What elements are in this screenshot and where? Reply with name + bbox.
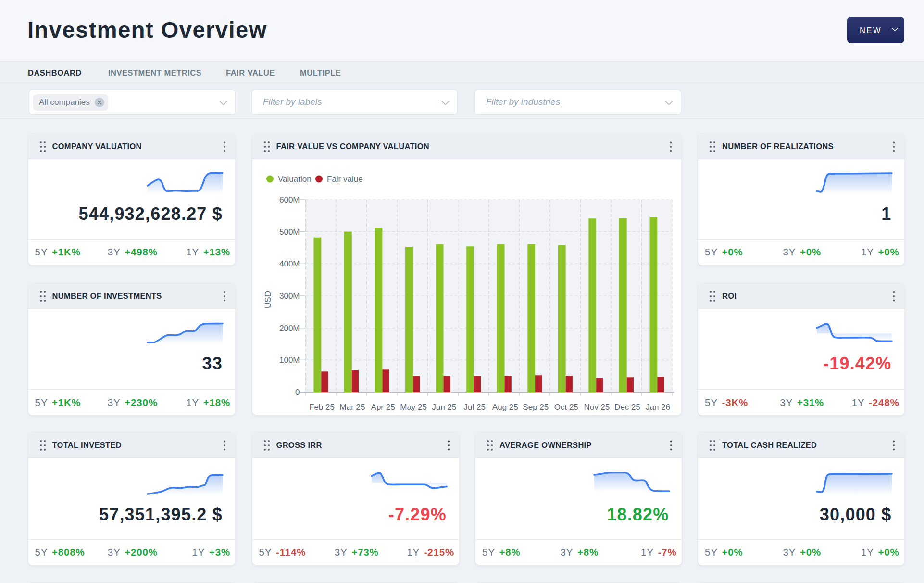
svg-text:Nov 25: Nov 25 [584, 403, 610, 412]
svg-text:Jun 25: Jun 25 [432, 403, 456, 412]
svg-text:Apr 25: Apr 25 [371, 403, 395, 412]
svg-text:Oct 25: Oct 25 [554, 403, 578, 412]
svg-text:600M: 600M [279, 195, 300, 204]
svg-text:300M: 300M [279, 292, 300, 301]
svg-text:500M: 500M [279, 228, 300, 237]
svg-text:Sep 25: Sep 25 [523, 403, 549, 412]
svg-text:Valuation: Valuation [278, 175, 312, 184]
svg-text:Feb 25: Feb 25 [309, 403, 335, 412]
svg-text:400M: 400M [279, 259, 300, 268]
svg-text:Dec 25: Dec 25 [614, 403, 640, 412]
svg-text:Aug 25: Aug 25 [492, 403, 518, 412]
svg-text:USD: USD [263, 291, 273, 308]
svg-text:100M: 100M [279, 355, 300, 365]
svg-text:Jan 26: Jan 26 [645, 403, 670, 412]
svg-text:Mar 25: Mar 25 [339, 403, 365, 412]
svg-text:Fair value: Fair value [327, 175, 363, 184]
svg-text:0: 0 [295, 388, 300, 397]
svg-text:May 25: May 25 [400, 403, 427, 412]
svg-text:200M: 200M [279, 324, 300, 333]
svg-text:Jul 25: Jul 25 [463, 403, 485, 412]
